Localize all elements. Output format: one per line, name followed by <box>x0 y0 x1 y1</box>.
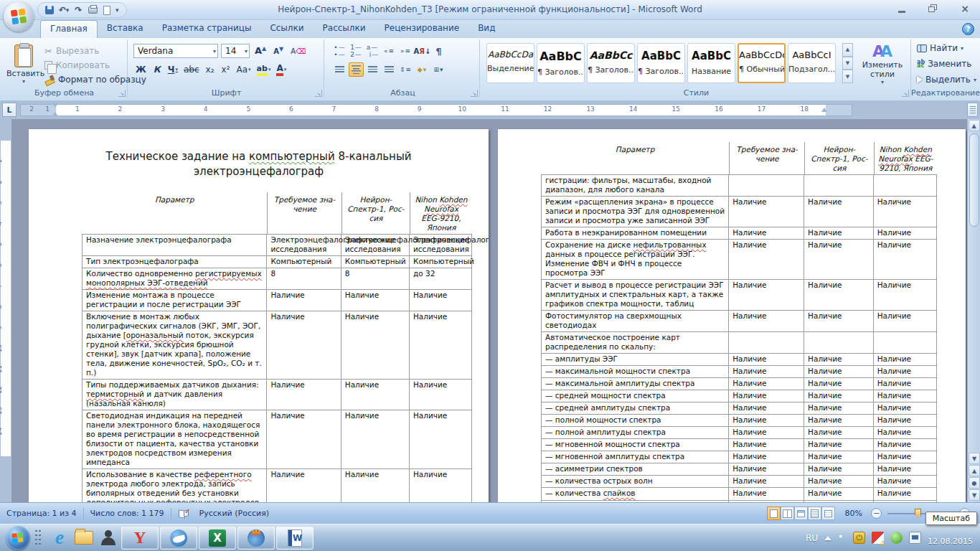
document-page-1[interactable]: Техническое задание на компьютерный 8-ка… <box>29 129 489 502</box>
draft-view-button[interactable] <box>821 507 835 520</box>
clipboard-dialog-launcher[interactable] <box>118 90 126 97</box>
panes-tray-icon[interactable] <box>839 535 845 541</box>
font-color-button[interactable]: А▾ <box>274 62 288 77</box>
ribbon-tab-6[interactable]: Рецензирование <box>375 20 469 38</box>
excel-taskbar-button[interactable]: X <box>199 527 236 550</box>
grow-font-button[interactable]: A▲ <box>253 44 268 58</box>
kaspersky-tray-icon[interactable] <box>872 532 884 544</box>
vertical-scrollbar[interactable]: ▲ ▼ ▲ ● ▼ <box>967 119 980 502</box>
ribbon-tab-2[interactable]: Вставка <box>98 20 153 38</box>
next-page-icon[interactable]: ▼ <box>969 489 980 501</box>
select-browse-object-icon[interactable]: ● <box>969 477 980 489</box>
find-button[interactable]: Найти▾ <box>917 41 979 55</box>
gallery-more-icon[interactable]: ▼ <box>842 70 853 83</box>
style-item[interactable]: AaBbCНазвание <box>687 43 735 83</box>
language-indicator[interactable]: Русский (Россия) <box>193 509 276 518</box>
scroll-down-icon[interactable]: ▼ <box>969 453 980 464</box>
sort-button[interactable]: АЯ↓ <box>415 44 430 58</box>
font-size-select[interactable]: 14▾ <box>221 44 250 58</box>
indent-marker-right[interactable] <box>821 108 827 112</box>
increase-indent-button[interactable]: »≡ <box>398 44 413 58</box>
paste-button[interactable]: Вставить ▾ <box>6 42 42 87</box>
full-screen-reading-view-button[interactable] <box>781 507 794 520</box>
tab-selector[interactable]: L <box>2 103 17 117</box>
phoenix-app-taskbar-button[interactable] <box>237 527 275 550</box>
select-button[interactable]: Выделить▾ <box>917 72 979 87</box>
language-switcher[interactable]: RU <box>806 533 818 543</box>
highlight-button[interactable]: ab▾ <box>255 62 273 77</box>
user-app-icon[interactable] <box>96 526 121 550</box>
power-manager-tray-icon[interactable]: ⏻ <box>853 532 865 544</box>
bullets-button[interactable]: •—•— <box>332 44 347 58</box>
decrease-indent-button[interactable]: «≡ <box>382 44 397 58</box>
numbering-button[interactable]: 1—2— <box>349 44 364 58</box>
agent-tray-icon[interactable] <box>890 532 903 544</box>
yandex-browser-taskbar-button[interactable]: Y <box>121 527 159 550</box>
ribbon-tab-4[interactable]: Ссылки <box>260 20 313 38</box>
ribbon-tab-1[interactable]: Главная <box>40 20 98 38</box>
align-left-button[interactable] <box>332 62 347 77</box>
zoom-out-icon[interactable]: − <box>871 508 882 519</box>
show-hidden-icons[interactable] <box>824 536 831 540</box>
style-item[interactable]: AaBbC¶ Заголов... <box>637 43 685 83</box>
style-item[interactable]: AaBbCcIПодзагол... <box>788 43 836 83</box>
print-layout-view-button[interactable] <box>767 507 781 520</box>
bold-button[interactable]: Ж <box>133 62 149 77</box>
outline-view-button[interactable] <box>808 507 821 520</box>
document-page-2[interactable]: ПараметрТребуемое зна-чениеНейрон-Спектр… <box>498 129 966 502</box>
page-indicator[interactable]: Страница: 1 из 4 <box>0 509 83 518</box>
gallery-down-icon[interactable]: ▼ <box>842 57 853 70</box>
view-ruler-toggle[interactable] <box>967 103 978 117</box>
shading-button[interactable]: ◆▾ <box>415 62 430 77</box>
replace-button[interactable]: abacЗаменить <box>917 57 979 71</box>
borders-button[interactable]: ⊞▾ <box>431 62 446 77</box>
strikethrough-button[interactable]: abc <box>182 62 202 77</box>
justify-button[interactable] <box>382 62 397 77</box>
change-case-button[interactable]: Aa▾ <box>235 62 253 77</box>
ribbon-tab-7[interactable]: Вид <box>468 20 504 38</box>
shrink-font-button[interactable]: A▼ <box>271 44 286 58</box>
align-right-button[interactable] <box>365 62 380 77</box>
help-icon[interactable]: ? <box>962 23 974 35</box>
windows-explorer-icon[interactable] <box>72 526 96 550</box>
style-item[interactable]: AaBbC¶ Заголов... <box>537 43 585 83</box>
style-item[interactable]: AaBbCcDc¶ Обычный <box>738 43 786 83</box>
line-spacing-button[interactable]: ⇕≡ <box>398 62 413 77</box>
office-button[interactable] <box>4 1 34 32</box>
superscript-button[interactable]: x² <box>219 62 233 77</box>
style-item[interactable]: AaBbCc¶ Заголов... <box>587 43 635 83</box>
style-item[interactable]: AaBbCcDaВыделение <box>486 43 534 83</box>
web-layout-view-button[interactable] <box>794 507 808 520</box>
ribbon-tab-5[interactable]: Рассылки <box>314 20 375 38</box>
word-count[interactable]: Число слов: 1 179 <box>84 509 171 518</box>
font-dialog-launcher[interactable] <box>315 90 322 97</box>
align-center-button[interactable] <box>349 62 364 77</box>
indent-marker-left[interactable] <box>52 103 59 118</box>
network-tray-icon[interactable] <box>909 532 921 544</box>
styles-dialog-launcher[interactable] <box>902 90 909 97</box>
multilevel-list-button[interactable]: a— i— <box>365 44 380 58</box>
vertical-ruler[interactable]: 1234567891011121314 <box>0 119 11 502</box>
previous-page-icon[interactable]: ▲ <box>969 465 980 476</box>
ribbon-tab-3[interactable]: Разметка страницы <box>153 20 261 38</box>
close-button[interactable]: × <box>957 3 973 14</box>
minimize-button[interactable] <box>894 3 910 14</box>
start-button[interactable] <box>6 526 30 550</box>
show-marks-button[interactable]: ¶ <box>431 44 446 58</box>
zoom-level[interactable]: 80% <box>845 509 862 518</box>
italic-button[interactable]: К <box>150 62 164 77</box>
horizontal-ruler[interactable]: 21 123456789101112131415161718 <box>20 104 852 116</box>
scroll-up-icon[interactable]: ▲ <box>969 120 980 131</box>
gallery-up-icon[interactable]: ▲ <box>842 43 853 57</box>
thunderbird-taskbar-button[interactable] <box>160 527 197 550</box>
subscript-button[interactable]: x₂ <box>203 62 217 77</box>
change-styles-button[interactable]: AA Изменить стили ▾ <box>858 42 907 88</box>
font-family-select[interactable]: Verdana▾ <box>133 44 218 58</box>
clock[interactable]: 12.08.2015 <box>928 530 973 546</box>
spell-check-icon[interactable] <box>179 509 190 518</box>
underline-button[interactable]: Ч▾ <box>166 62 180 77</box>
paragraph-dialog-launcher[interactable] <box>471 90 478 97</box>
restore-button[interactable] <box>925 3 941 14</box>
scrollbar-thumb[interactable] <box>969 133 979 227</box>
clear-formatting-button[interactable]: A⌫ <box>288 44 308 58</box>
